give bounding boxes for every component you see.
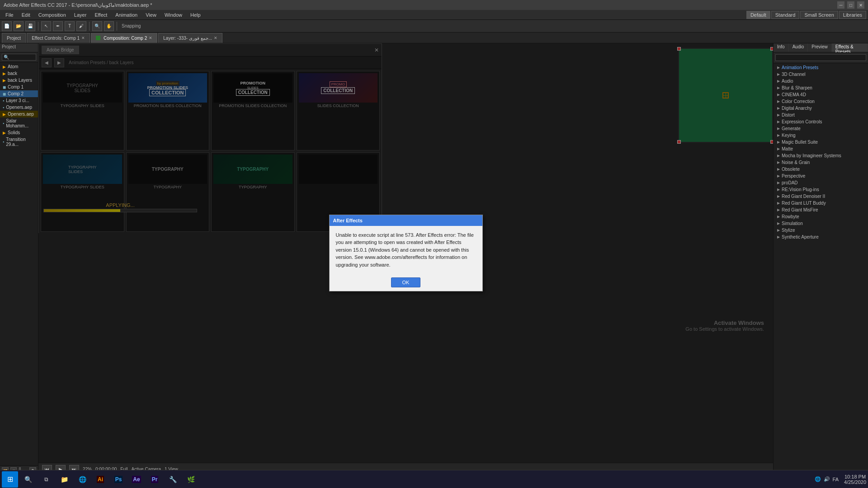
titlebar-title: Adobe After Effects CC 2017 - E:\persona… [4, 2, 152, 8]
effect-mocha-label: Mocha by Imagineer Systems [782, 153, 841, 158]
minimize-button[interactable]: ─ [837, 1, 844, 9]
project-item-atom[interactable]: ▶ Atom [0, 63, 38, 70]
menu-window[interactable]: Window [161, 11, 186, 19]
taskbar-search-btn[interactable]: 🔍 [20, 471, 36, 488]
effect-cinema4d[interactable]: ▶ CINEMA 4D [774, 91, 868, 98]
project-search-input[interactable] [2, 54, 36, 61]
tab-layer[interactable]: Layer: -333- جمع فوری... ✕ [158, 33, 222, 43]
arrow-icon-rgd: ▶ [777, 194, 780, 198]
effect-blur-sharpen[interactable]: ▶ Blur & Sharpen [774, 84, 868, 91]
project-item-transition[interactable]: ▪ Transition 29.a... [0, 136, 38, 148]
taskbar-start-button[interactable]: ⊞ [2, 471, 18, 488]
effect-audio[interactable]: ▶ Audio [774, 78, 868, 84]
menu-composition[interactable]: Composition [35, 11, 70, 19]
project-item-solids[interactable]: ▶ Solids [0, 129, 38, 136]
taskbar-app-9[interactable]: 🔧 [165, 471, 181, 488]
menu-view[interactable]: View [142, 11, 160, 19]
project-title: Project [2, 44, 16, 49]
effect-distort[interactable]: ▶ Distort [774, 112, 868, 118]
project-item-openers[interactable]: ▪ Openers.aep [0, 104, 38, 111]
effect-simulation[interactable]: ▶ Simulation [774, 220, 868, 227]
arrow-icon-ng: ▶ [777, 160, 780, 164]
tab-info[interactable]: Info [774, 43, 789, 52]
taskbar-illustrator[interactable]: Ai [92, 471, 108, 488]
tool-hand[interactable]: ✋ [104, 21, 114, 31]
tab-layer-close[interactable]: ✕ [214, 36, 217, 40]
tab-effect-controls-close[interactable]: ✕ [81, 36, 85, 40]
effect-stylize[interactable]: ▶ Stylize [774, 227, 868, 234]
effect-keying-label: Keying [782, 133, 796, 138]
effect-rg-misfire[interactable]: ▶ Red Giant MisFire [774, 206, 868, 213]
folder-taskbar-icon: 📁 [61, 476, 68, 483]
menu-layer[interactable]: Layer [71, 11, 90, 19]
taskbar-photoshop[interactable]: Ps [110, 471, 127, 488]
maximize-button[interactable]: □ [847, 1, 854, 9]
effect-rg-lut[interactable]: ▶ Red Giant LUT Buddy [774, 200, 868, 206]
taskbar-task-view-btn[interactable]: ⧉ [38, 471, 54, 488]
workspace-default[interactable]: Default [746, 11, 770, 19]
project-item-openers2[interactable]: ▶ Openers.aep [0, 111, 38, 117]
workspace-small-screen[interactable]: Small Screen [800, 11, 838, 19]
tool-text[interactable]: T [65, 21, 75, 31]
tool-select[interactable]: ↖ [41, 21, 51, 31]
effect-perspective[interactable]: ▶ Perspective [774, 173, 868, 179]
workspace-standard[interactable]: Standard [771, 11, 800, 19]
dialog-title: After Effects [333, 218, 363, 223]
taskbar-aftereffects[interactable]: Ae [128, 471, 145, 488]
effect-noise-grain[interactable]: ▶ Noise & Grain [774, 159, 868, 166]
effect-animation-presets[interactable]: ▶ Animation Presets [774, 64, 868, 71]
tab-effect-controls[interactable]: Effect Controls: Comp 1 ✕ [27, 33, 90, 43]
project-item-salar[interactable]: ▪ Salar Mohamm... [0, 117, 38, 129]
close-button[interactable]: ✕ [857, 1, 864, 9]
effect-revision[interactable]: ▶ RE:Vision Plug-ins [774, 186, 868, 193]
arrow-icon-color: ▶ [777, 99, 780, 103]
tool-brush[interactable]: 🖌 [76, 21, 86, 31]
tab-effects-presets[interactable]: Effects & Presets [832, 43, 868, 52]
tab-comp2-close[interactable]: ✕ [149, 36, 152, 40]
effect-3d-channel[interactable]: ▶ 3D Channel [774, 71, 868, 78]
taskbar-clock[interactable]: 10:18 PM 4/25/2020 [844, 474, 866, 485]
effect-rowbyte[interactable]: ▶ Rowbyte [774, 213, 868, 220]
effect-synthetic-aperture[interactable]: ▶ Synthetic Aperture [774, 234, 868, 240]
save-btn[interactable]: 💾 [25, 21, 35, 31]
project-item-back[interactable]: ▶ back [0, 70, 38, 77]
project-item-comp1[interactable]: ◼ Comp 1 [0, 84, 38, 90]
effect-generate[interactable]: ▶ Generate [774, 125, 868, 132]
effect-keying[interactable]: ▶ Keying [774, 132, 868, 139]
tab-comp2[interactable]: Composition: Comp 2 ✕ [91, 33, 157, 43]
menu-effect[interactable]: Effect [91, 11, 111, 19]
arrow-icon-da: ▶ [777, 106, 780, 110]
project-item-back-layers[interactable]: ▶ back Layers [0, 77, 38, 84]
ok-button[interactable]: OK [391, 277, 421, 287]
effect-matte[interactable]: ▶ Matte [774, 145, 868, 152]
effect-digital-anarchy[interactable]: ▶ Digital Anarchy [774, 105, 868, 112]
effect-prodad[interactable]: ▶ proDAD [774, 179, 868, 186]
effect-expression-controls[interactable]: ▶ Expression Controls [774, 118, 868, 125]
effect-rg-denoiser[interactable]: ▶ Red Giant Denoiser II [774, 193, 868, 200]
tool-zoom[interactable]: 🔍 [92, 21, 102, 31]
effect-rgl-label: Red Giant LUT Buddy [782, 201, 826, 206]
effect-color-correction[interactable]: ▶ Color Correction [774, 98, 868, 105]
effect-obsolete[interactable]: ▶ Obsolete [774, 166, 868, 173]
taskbar-file-explorer[interactable]: 📁 [56, 471, 72, 488]
menu-help[interactable]: Help [187, 11, 204, 19]
effects-search-input[interactable] [775, 54, 866, 61]
menu-file[interactable]: File [2, 11, 17, 19]
effect-magic-bullet[interactable]: ▶ Magic Bullet Suite [774, 139, 868, 145]
effect-mocha[interactable]: ▶ Mocha by Imagineer Systems [774, 152, 868, 159]
taskbar-app-10[interactable]: 🌿 [183, 471, 199, 488]
tab-preview[interactable]: Preview [808, 43, 832, 52]
tab-audio[interactable]: Audio [789, 43, 808, 52]
menu-edit[interactable]: Edit [18, 11, 34, 19]
menu-animation[interactable]: Animation [112, 11, 141, 19]
taskbar-chrome[interactable]: 🌐 [74, 471, 90, 488]
project-item-comp2[interactable]: ◼ Comp 2 [0, 90, 38, 97]
project-item-layer3[interactable]: ▪ Layer 3 ci... [0, 97, 38, 104]
taskbar-premiere[interactable]: Pr [146, 471, 163, 488]
left-panel: Project ▶ Atom ▶ back ▶ back Layers ◼ Co… [0, 43, 38, 475]
new-project-btn[interactable]: 📄 [2, 21, 12, 31]
workspace-libraries[interactable]: Libraries [839, 11, 866, 19]
tab-project[interactable]: Project [2, 33, 26, 43]
open-btn[interactable]: 📂 [14, 21, 24, 31]
tool-pen[interactable]: ✒ [53, 21, 63, 31]
